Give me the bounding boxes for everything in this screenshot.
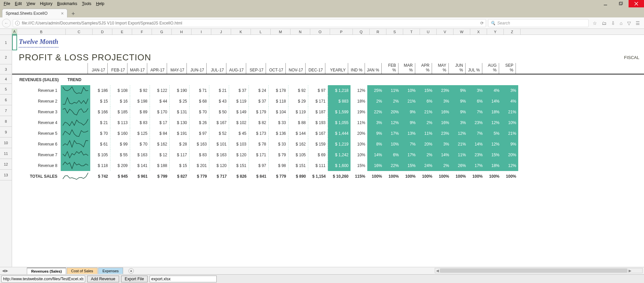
row-header-10[interactable]: 10 [0,137,12,148]
row-header-2[interactable]: 2 [0,50,12,64]
row-header-1[interactable]: 1 [0,35,12,50]
col-header-K[interactable]: K [231,29,251,35]
col-header-B[interactable]: B [17,29,66,35]
back-button[interactable]: ← [2,19,11,27]
sheet-nav-last[interactable]: ▶ [5,269,8,273]
row-header-9[interactable]: 9 [0,127,12,137]
row-header-7[interactable]: 7 [0,105,12,116]
window-buttons [598,0,644,7]
col-header-N[interactable]: N [290,29,310,35]
address-bar[interactable]: i file:///C:/Users/admin/Documents/Sampl… [13,19,486,27]
sheet-tab-revenues[interactable]: Revenues (Sales) [27,268,66,274]
menu-icon[interactable]: ☰ [636,20,640,26]
col-header-V[interactable]: V [437,29,453,35]
minimize-button[interactable] [598,0,613,7]
scroll-left-icon[interactable]: ◀ [435,269,440,273]
revenue-row: Revenue 8$ 118$ 209$ 141$ 188$ 15$ 201$ … [12,160,518,171]
menu-bookmarks[interactable]: Bookmarks [55,1,79,7]
revenue-row: Revenue 4$ 21$ 113$ 83$ 17$ 130$ 26$ 167… [12,117,518,128]
col-header-P[interactable]: P [330,29,353,35]
revenue-row: Revenue 3$ 166$ 185$ 89$ 170$ 131$ 70$ 5… [12,107,518,117]
col-header-U[interactable]: U [420,29,437,35]
data-table: REVENUES (SALES)TRENDRevenue 1$ 186$ 108… [12,74,519,182]
new-tab-button[interactable]: + [69,10,77,17]
col-header-I[interactable]: I [192,29,211,35]
row-header-5[interactable]: 5 [0,84,12,95]
col-header-X[interactable]: X [470,29,487,35]
col-header-J[interactable]: J [211,29,231,35]
site-info-icon[interactable]: i [15,21,20,25]
col-header-Y[interactable]: Y [487,29,504,35]
browser-tab[interactable]: Spread.Sheets ExcelIO × [2,9,67,17]
sheet-tab-cost[interactable]: Cost of Sales [67,268,97,274]
col-header-D[interactable]: D [93,29,112,35]
revenue-row: Revenue 7$ 105$ 55$ 163$ 12$ 117$ 83$ 16… [12,150,518,160]
row-header-8[interactable]: 8 [0,116,12,127]
menu-file[interactable]: File [1,1,12,7]
sheet-content[interactable]: Twelve Month PROFIT & LOSS PROJECTION FI… [12,35,644,267]
pocket-icon[interactable]: ▽ [627,20,631,26]
total-row: TOTAL SALES$ 742$ 945$ 961$ 799$ 827$ 77… [12,171,518,182]
col-header-T[interactable]: T [403,29,420,35]
svg-rect-2 [620,2,623,4]
horizontal-scrollbar[interactable]: ◀ ▶ [435,268,643,273]
home-icon[interactable]: ⌂ [620,20,623,26]
row-header-4[interactable]: 4 [0,74,12,84]
col-header-R[interactable]: R [370,29,386,35]
doc-title: PROFIT & LOSS PROJECTION [19,52,151,63]
col-header-H[interactable]: H [172,29,192,35]
toolbar-icons: ☆ 🗂 ⇩ ⌂ ▽ ☰ [591,20,642,26]
import-url-input[interactable] [1,276,85,282]
scroll-right-icon[interactable]: ▶ [628,269,632,273]
download-icon[interactable]: ⇩ [611,20,615,26]
col-header-Z[interactable]: Z [504,29,521,35]
sheet-tab-expenses[interactable]: Expenses [98,268,123,274]
header-row: JAN-17FEB-17MAR-17APR-17MAY-17JUN-17JUL-… [12,63,516,74]
reload-icon[interactable]: ⟳ [480,21,484,25]
star-icon[interactable]: ☆ [593,20,597,26]
close-button[interactable] [629,0,644,7]
col-header-E[interactable]: E [112,29,132,35]
row-header-13[interactable]: 13 [0,170,12,180]
tab-close-icon[interactable]: × [61,11,64,16]
export-filename-input[interactable] [150,276,217,282]
menu-edit[interactable]: Edit [12,1,24,7]
row-header-11[interactable]: 11 [0,148,12,159]
browser-urlbar: ← i file:///C:/Users/admin/Documents/Sam… [0,17,644,29]
browser-tabbar: Spread.Sheets ExcelIO × + [0,7,644,17]
col-header-S[interactable]: S [386,29,403,35]
row-header-12[interactable]: 12 [0,159,12,170]
col-header-O[interactable]: O [310,29,330,35]
add-revenue-button[interactable]: Add Revenue [87,276,119,282]
menu-help[interactable]: Help [94,1,107,7]
sheet-tabs: ◀ ▶ Revenues (Sales) Cost of Sales Expen… [0,267,644,274]
col-header-M[interactable]: M [271,29,290,35]
revenue-row: Revenue 6$ 61$ 99$ 70$ 162$ 28$ 163$ 101… [12,139,518,150]
col-header-W[interactable]: W [453,29,470,35]
revenue-row: Revenue 2$ 15$ 16$ 198$ 44$ 25$ 68$ 43$ … [12,96,518,107]
row-header-3[interactable]: 3 [0,64,12,74]
revenue-row: Revenue 5$ 70$ 160$ 125$ 84$ 191$ 97$ 52… [12,128,518,139]
column-headers: ABCDEFGHIJKLMNOPQRSTUVWXYZ [0,29,644,35]
search-bar[interactable]: 🔍 Search [488,19,589,27]
select-all-corner[interactable] [0,29,12,35]
add-sheet-button[interactable]: + [128,268,134,274]
export-file-button[interactable]: Export File [121,276,148,282]
spreadsheet: ABCDEFGHIJKLMNOPQRSTUVWXYZ 1234567891011… [0,29,644,274]
col-header-C[interactable]: C [66,29,93,35]
library-icon[interactable]: 🗂 [602,20,606,26]
menu-tools[interactable]: Tools [79,1,94,7]
maximize-button[interactable] [613,0,629,7]
fiscal-label: FISCAL [624,55,639,60]
col-header-Q[interactable]: Q [353,29,370,35]
menu-history[interactable]: History [38,1,55,7]
scroll-thumb[interactable] [440,269,628,273]
menu-view[interactable]: View [24,1,38,7]
row-headers: 12345678910111213 [0,35,12,267]
col-header-G[interactable]: G [152,29,172,35]
col-header-L[interactable]: L [251,29,271,35]
col-header-A[interactable]: A [12,29,17,35]
sheet-nav-first[interactable]: ◀ [2,269,5,273]
col-header-F[interactable]: F [132,29,152,35]
row-header-6[interactable]: 6 [0,95,12,105]
